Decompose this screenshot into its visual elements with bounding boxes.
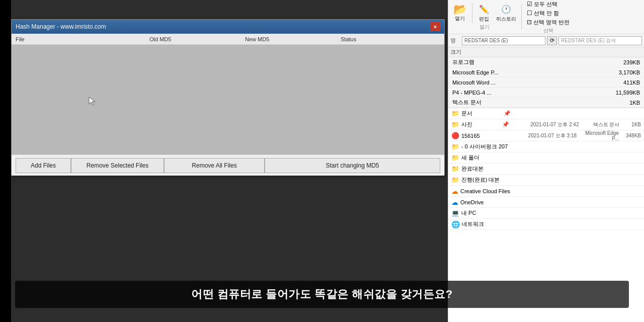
pin-icon-문서: 📌 [504, 110, 514, 117]
ribbon-divider-2 [521, 5, 522, 30]
size-row-size-1: 3,170KB [610, 69, 640, 75]
file-row-mypc[interactable]: 💻 내 PC [448, 208, 644, 219]
folder-icon-사진: 📁 [451, 121, 459, 128]
invert-icon: ⊡ [527, 19, 532, 26]
file-row-onedrive[interactable]: ☁ OneDrive [448, 197, 644, 208]
file-row-creative-cloud[interactable]: ☁ Creative Cloud Files [448, 186, 644, 197]
156165-size: 348KB [621, 133, 641, 138]
size-row-size-2: 411KB [610, 79, 640, 86]
file-name-문서: 문서 [461, 110, 502, 117]
file-name-complete: 완료대본 [461, 165, 484, 173]
애국가-size: 1KB [621, 122, 641, 127]
open-group-label: 열기 [450, 24, 518, 31]
select-all-btn[interactable]: ☑ 모두 선택 [525, 0, 572, 9]
start-changing-button[interactable]: Start changing MD5 [265, 158, 440, 173]
folder-icon-new: 📁 [451, 154, 459, 162]
file-row-complete[interactable]: 📁 완료대본 [448, 164, 644, 175]
file-name-network: 네트워크 [462, 220, 484, 228]
address-text: REDSTAR DES (E) [464, 38, 508, 43]
애국가-date: 2021-01-07 오후 2:42 [516, 121, 579, 128]
size-row-4: 텍스트 문서 1KB [448, 98, 644, 108]
button-row: Add Files Remove Selected Files Remove A… [12, 154, 444, 176]
ribbon-row-1: 📂 열기 ✏️ 편집 🕐 히스토리 [450, 3, 518, 23]
network-icon: 🌐 [451, 220, 460, 228]
remove-selected-button[interactable]: Remove Selected Files [71, 158, 164, 173]
creative-cloud-icon: ☁ [451, 187, 458, 195]
file-name-inprogress: 진행(완료) 대본 [461, 176, 500, 184]
file-row-inprogress[interactable]: 📁 진행(완료) 대본 [448, 175, 644, 186]
col-header-old-md5: Old MD5 [149, 36, 245, 42]
ribbon-history-btn[interactable]: 🕐 히스토리 [494, 4, 518, 23]
file-name-mypc: 내 PC [461, 209, 476, 217]
table-header: File Old MD5 New MD5 Status [12, 34, 444, 45]
add-files-button[interactable]: Add Files [16, 158, 71, 173]
select-all-icon: ☑ [527, 1, 532, 8]
folder-icon-문서: 📁 [451, 110, 459, 117]
folder-icon-inprogress: 📁 [451, 176, 459, 184]
size-row-3: P4 - MPEG-4 ... 11,599KB [448, 88, 644, 98]
address-bar[interactable]: REDSTAR DES (E) [462, 36, 545, 45]
invert-select-btn[interactable]: ⊡ 선택 영역 반전 [525, 18, 572, 27]
onedrive-icon: ☁ [451, 198, 458, 206]
col-header-new-md5: New MD5 [245, 36, 341, 42]
size-row-name-4: 텍스트 문서 [452, 99, 610, 106]
select-btns: ☑ 모두 선택 ☐ 선택 안 함 ⊡ 선택 영역 반전 [525, 0, 572, 27]
size-row-name-2: Microsoft Word ... [452, 79, 610, 86]
dialog-close-button[interactable]: × [430, 22, 440, 31]
remove-all-button[interactable]: Remove All Files [164, 158, 265, 173]
file-row-network[interactable]: 🌐 네트워크 [448, 219, 644, 230]
ribbon-edit-btn[interactable]: ✏️ 편집 [475, 4, 493, 23]
ribbon-select-group: ☑ 모두 선택 ☐ 선택 안 함 ⊡ 선택 영역 반전 선택 [525, 0, 572, 34]
open-icon: 📂 [453, 4, 467, 15]
search-bar[interactable]: REDSTAR DES (E) 검색 [558, 36, 642, 45]
refresh-button[interactable]: ⟳ [547, 36, 557, 45]
subtitle-banner: 어떤 컴퓨터로 들어가도 똑같은 해쉬값을 갖거든요? [15, 281, 629, 308]
156165-type: Microsoft Edge P... [579, 130, 619, 141]
file-row-사진[interactable]: 📁 사진 📌 2021-01-07 오후 2:42 텍스트 문서 1KB [448, 119, 644, 130]
size-row-name-1: Microsoft Edge P... [452, 69, 610, 75]
deselect-label: 선택 안 함 [534, 10, 559, 17]
size-rows: 프로그램 239KB Microsoft Edge P... 3,170KB M… [448, 57, 644, 108]
deselect-btn[interactable]: ☐ 선택 안 함 [525, 9, 572, 18]
explorer-panel: 📂 열기 ✏️ 편집 🕐 히스토리 열기 [448, 0, 644, 322]
subtitle-text: 어떤 컴퓨터로 들어가도 똑같은 해쉬값을 갖거든요? [191, 288, 453, 300]
size-row-size-4: 1KB [610, 100, 640, 106]
select-all-label: 모두 선택 [534, 1, 557, 8]
size-row-name-3: P4 - MPEG-4 ... [452, 90, 610, 96]
table-body [12, 45, 444, 154]
edit-btn-label: 편집 [479, 16, 489, 23]
size-row-size-0: 239KB [610, 59, 640, 65]
size-header-row: 크기 [448, 47, 644, 57]
file-row-문서[interactable]: 📁 문서 📌 [448, 108, 644, 119]
size-col-label: 크기 [450, 48, 612, 56]
folder-icon-complete: 📁 [451, 165, 459, 173]
edit-icon: ✏️ [479, 4, 489, 16]
file-row-cyberpunk[interactable]: 📁 - 0 사이버펑크 207 [448, 141, 644, 152]
pin-icon-사진: 📌 [502, 121, 512, 128]
history-btn-label: 히스토리 [496, 16, 516, 23]
ribbon-divider-1 [472, 3, 472, 23]
deselect-icon: ☐ [527, 10, 532, 17]
history-icon: 🕐 [501, 4, 511, 16]
size-row-1: Microsoft Edge P... 3,170KB [448, 67, 644, 77]
hash-manager-dialog: Hash Manager - www.imristo.com × File Ol… [11, 19, 445, 175]
애국가-type: 텍스트 문서 [581, 121, 619, 128]
156165-date: 2021-01-07 오후 3:18 [511, 132, 577, 139]
cursor-icon [88, 96, 96, 106]
search-placeholder: REDSTAR DES (E) 검색 [561, 37, 616, 44]
file-name-cyberpunk: - 0 사이버펑크 207 [461, 143, 508, 150]
dialog-titlebar: Hash Manager - www.imristo.com × [12, 20, 444, 34]
size-row-2: Microsoft Word ... 411KB [448, 77, 644, 88]
nav-label: 영 [450, 37, 460, 44]
left-bar [0, 0, 11, 322]
file-row-156165[interactable]: 🔴 156165 2021-01-07 오후 3:18 Microsoft Ed… [448, 130, 644, 141]
dialog-title: Hash Manager - www.imristo.com [16, 23, 106, 30]
size-row-size-3: 11,599KB [610, 90, 640, 96]
ribbon-open-btn[interactable]: 📂 열기 [450, 4, 469, 22]
file-row-newfolder[interactable]: 📁 새 폴더 [448, 152, 644, 164]
col-header-file: File [14, 36, 149, 42]
file-rows-with-dates: 📁 문서 📌 📁 사진 📌 2021-01-07 오후 2:42 텍스트 문서 … [448, 108, 644, 230]
size-row-0: 프로그램 239KB [448, 57, 644, 67]
open-btn-label: 열기 [455, 15, 465, 22]
invert-label: 선택 영역 반전 [533, 19, 570, 26]
